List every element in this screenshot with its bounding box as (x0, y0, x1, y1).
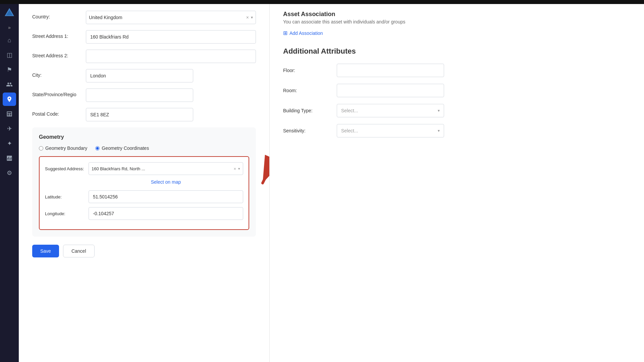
geometry-radio-group: Geometry Boundary Geometry Coordinates (39, 145, 249, 151)
action-buttons: Save Cancel (32, 245, 256, 257)
sidebar-item-users[interactable] (3, 78, 16, 91)
city-label: City: (32, 69, 86, 78)
postal-label: Postal Code: (32, 108, 86, 117)
geometry-boundary-option[interactable]: Geometry Boundary (39, 145, 87, 151)
latitude-input[interactable] (89, 190, 243, 203)
street1-input[interactable] (86, 30, 256, 44)
room-row: Room: (283, 84, 631, 97)
sidebar-item-settings[interactable]: ⚙ (3, 166, 16, 180)
suggested-row: Suggested Address: 160 Blackfriars Rd, N… (45, 162, 243, 175)
street1-label: Street Address 1: (32, 30, 86, 39)
building-type-label: Building Type: (283, 108, 337, 113)
state-label: State/Province/Regio (32, 88, 86, 97)
sidebar-item-table[interactable] (3, 107, 16, 121)
longitude-input[interactable] (89, 207, 243, 220)
street2-label: Street Address 2: (32, 50, 86, 58)
sensitivity-row: Sensitivity: Select... ▾ (283, 124, 631, 137)
add-assoc-label: Add Association (289, 31, 323, 36)
country-label: Country: (32, 11, 86, 19)
sidebar-item-home[interactable]: ⌂ (3, 34, 16, 47)
asset-assoc-title: Asset Association (283, 11, 631, 18)
street2-row: Street Address 2: (32, 50, 256, 63)
select-on-map-row: Select on map (89, 179, 243, 185)
additional-attrs-title: Additional Attributes (283, 47, 631, 56)
geometry-coordinates-label: Geometry Coordinates (102, 145, 149, 151)
geometry-section: Geometry Geometry Boundary Geometry Coor… (32, 127, 256, 237)
country-clear-icon[interactable]: × (246, 15, 249, 20)
suggested-clear-icon[interactable]: × (233, 166, 236, 171)
geometry-boundary-label: Geometry Boundary (45, 145, 87, 151)
country-select[interactable]: United Kingdom × ▾ (86, 11, 256, 24)
top-bar (0, 0, 644, 4)
asset-assoc-desc: You can associate this asset with indivi… (283, 19, 631, 24)
longitude-row: Longitude: (45, 207, 243, 220)
main-content: Country: United Kingdom × ▾ Street Addre… (19, 4, 644, 362)
logo[interactable] (3, 7, 15, 19)
floor-input[interactable] (337, 64, 444, 77)
street2-input[interactable] (86, 50, 256, 63)
postal-input[interactable] (86, 108, 193, 121)
geometry-coordinates-radio[interactable] (95, 146, 100, 150)
latitude-row: Latitude: (45, 190, 243, 203)
building-type-placeholder: Select... (341, 108, 438, 113)
latitude-label: Latitude: (45, 194, 89, 199)
country-row: Country: United Kingdom × ▾ (32, 11, 256, 24)
suggested-chevron-icon[interactable]: ▾ (238, 167, 240, 171)
sensitivity-placeholder: Select... (341, 128, 438, 133)
cancel-button[interactable]: Cancel (63, 245, 95, 257)
building-type-chevron-icon[interactable]: ▾ (438, 108, 440, 113)
left-panel: Country: United Kingdom × ▾ Street Addre… (19, 4, 270, 362)
sensitivity-chevron-icon[interactable]: ▾ (438, 128, 440, 133)
sidebar-toggle[interactable]: » (0, 23, 19, 32)
sensitivity-select[interactable]: Select... ▾ (337, 124, 444, 137)
suggested-select[interactable]: 160 Blackfriars Rd, North ... × ▾ (89, 162, 243, 175)
add-association-button[interactable]: ⊞ Add Association (283, 30, 631, 36)
geometry-boundary-radio[interactable] (39, 146, 43, 150)
longitude-label: Longitude: (45, 211, 89, 216)
suggested-value: 160 Blackfriars Rd, North ... (92, 166, 233, 171)
arrow-annotation (256, 139, 270, 194)
city-input[interactable] (86, 69, 193, 82)
floor-label: Floor: (283, 68, 337, 73)
building-type-select[interactable]: Select... ▾ (337, 104, 444, 117)
geometry-inner-box: Suggested Address: 160 Blackfriars Rd, N… (39, 156, 249, 230)
city-row: City: (32, 69, 256, 82)
sidebar-item-location[interactable] (3, 93, 16, 106)
building-type-row: Building Type: Select... ▾ (283, 104, 631, 117)
floor-row: Floor: (283, 64, 631, 77)
sidebar-item-star[interactable]: ✦ (3, 137, 16, 150)
sidebar-item-plane[interactable]: ✈ (3, 122, 16, 135)
sensitivity-label: Sensitivity: (283, 128, 337, 133)
sidebar-item-map[interactable]: ◫ (3, 48, 16, 62)
geometry-coordinates-option[interactable]: Geometry Coordinates (95, 145, 149, 151)
sidebar: » ⌂ ◫ ⚑ ✈ ✦ ⚙ (0, 4, 19, 362)
room-input[interactable] (337, 84, 444, 97)
right-panel: Asset Association You can associate this… (270, 4, 644, 362)
suggested-label: Suggested Address: (45, 166, 89, 171)
add-assoc-icon: ⊞ (283, 30, 287, 36)
sidebar-item-analytics[interactable] (3, 152, 16, 165)
save-button[interactable]: Save (32, 245, 59, 257)
room-label: Room: (283, 88, 337, 93)
country-value: United Kingdom (89, 15, 246, 20)
geometry-title: Geometry (39, 134, 249, 140)
state-input[interactable] (86, 88, 193, 102)
state-row: State/Province/Regio (32, 88, 256, 102)
sidebar-item-flag[interactable]: ⚑ (3, 63, 16, 76)
select-on-map-link[interactable]: Select on map (151, 179, 181, 185)
country-chevron-icon[interactable]: ▾ (251, 15, 253, 20)
postal-row: Postal Code: (32, 108, 256, 121)
street1-row: Street Address 1: (32, 30, 256, 44)
